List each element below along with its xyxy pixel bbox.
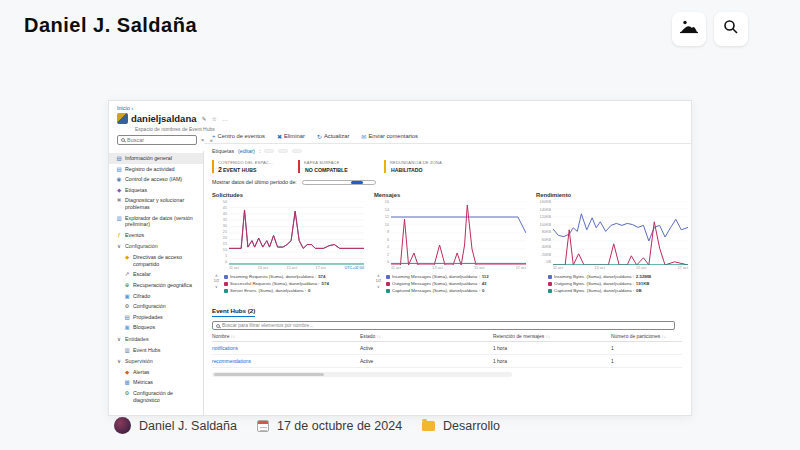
- eventhubs-tab[interactable]: Event Hubs (2): [212, 307, 255, 317]
- sidebar-item[interactable]: ⚙ Configuración: [109, 301, 203, 312]
- sidebar-item[interactable]: ◆ Etiquetas: [109, 185, 203, 196]
- sidebar-item[interactable]: ◆ Alertas: [109, 367, 203, 378]
- sidebar-search-input[interactable]: Buscar: [117, 135, 197, 145]
- sidebar-item-icon: ▤: [124, 314, 130, 320]
- chart-solicitudes: Solicitudes 50454035302520151050 11 oct1…: [212, 192, 364, 293]
- sidebar-item[interactable]: ▤ Registro de actividad: [109, 164, 203, 175]
- site-logo[interactable]: Daniel J. Saldaña: [24, 14, 197, 37]
- scrollbar-thumb[interactable]: [214, 373, 324, 376]
- time-range-option[interactable]: [363, 181, 375, 184]
- command-icon: ↻: [317, 133, 322, 140]
- sidebar-item[interactable]: ▥ Explorador de datos (versión prelimina…: [109, 213, 203, 230]
- time-range-option[interactable]: [351, 181, 363, 184]
- sidebar-item[interactable]: ∨ Configuración: [109, 240, 203, 252]
- sidebar-item[interactable]: ↗ Escalar: [109, 269, 203, 280]
- sidebar-item[interactable]: ▥ Event Hubs: [109, 345, 203, 356]
- table-scrollbar[interactable]: [212, 372, 512, 377]
- legend-item[interactable]: Incoming Bytes. (Suma), danieljsaldana :…: [548, 274, 651, 279]
- column-header[interactable]: Estado ↑↓: [360, 334, 493, 339]
- sidebar-item[interactable]: ▦ Métricas: [109, 377, 203, 388]
- command-button[interactable]: + Centro de eventos: [212, 133, 265, 139]
- eventhub-name-link[interactable]: notifications: [212, 346, 360, 351]
- legend-pager[interactable]: ∧1/2∨: [374, 274, 383, 293]
- table-row[interactable]: notifications Active 1 hora 1: [212, 342, 682, 355]
- chart-plot[interactable]: 1614121086420: [391, 201, 526, 265]
- more-icon[interactable]: …: [222, 116, 228, 122]
- legend-item[interactable]: Captured Bytes. (Suma), danieljsaldana :…: [548, 288, 651, 293]
- azure-portal-screenshot: Inicio › danieljsaldana ✎ ☆ … Espacio de…: [108, 100, 692, 416]
- tag-pill[interactable]: [264, 149, 274, 153]
- theme-mountain-button[interactable]: [672, 12, 706, 46]
- legend-color-swatch: [548, 289, 552, 293]
- legend-pager[interactable]: ∧1/2∨: [212, 274, 221, 293]
- search-button[interactable]: [714, 12, 748, 46]
- sidebar-item[interactable]: ▣ Bloqueos: [109, 322, 203, 333]
- sidebar-item[interactable]: ▣ Cifrado: [109, 291, 203, 302]
- legend-item[interactable]: Successful Requests (Suma), danieljsalda…: [224, 281, 329, 286]
- sidebar-item-label: Diagnosticar y solucionar problemas: [125, 197, 199, 210]
- sidebar-item[interactable]: ✖ Diagnosticar y solucionar problemas: [109, 195, 203, 212]
- legend-item[interactable]: Server Errors. (Suma), danieljsaldana : …: [224, 288, 329, 293]
- sidebar-item-label: Bloqueos: [133, 324, 155, 331]
- sidebar-item-icon: ∨: [116, 336, 122, 342]
- legend-color-swatch: [224, 289, 228, 293]
- column-header[interactable]: Retención de mensajes ↑↓: [493, 334, 611, 339]
- search-icon: [723, 19, 739, 39]
- legend-item[interactable]: Incoming Requests (Suma), danieljsaldana…: [224, 274, 329, 279]
- legend-item[interactable]: Outgoing Bytes. (Suma), danieljsaldana :…: [548, 281, 651, 286]
- sidebar-item-icon: ∨: [116, 358, 122, 364]
- legend-color-swatch: [548, 275, 552, 279]
- command-button[interactable]: ✖ Eliminar: [277, 133, 305, 140]
- sidebar-item[interactable]: ⊕ Recuperación geográfica: [109, 280, 203, 291]
- sidebar-item[interactable]: ◉ Control de acceso (IAM): [109, 174, 203, 185]
- time-range-label: Mostrar datos del último período de:: [212, 179, 297, 185]
- sidebar-item[interactable]: ▤ Propiedades: [109, 312, 203, 323]
- sidebar-item-icon: ▤: [116, 155, 122, 161]
- sidebar-item[interactable]: ▤ Información general: [109, 153, 203, 164]
- legend-color-swatch: [386, 275, 390, 279]
- time-range-group: [302, 180, 376, 185]
- sidebar-item-label: Configuración de diagnóstico: [133, 390, 199, 403]
- eventhub-name-link[interactable]: recommendations: [212, 359, 360, 364]
- eventhubs-filter-input[interactable]: Buscar para filtrar elementos por nombre…: [212, 321, 675, 330]
- time-range-option[interactable]: [315, 181, 327, 184]
- legend-color-swatch: [548, 282, 552, 286]
- legend-item[interactable]: Incoming Messages (Suma), danieljsaldana…: [386, 274, 489, 279]
- sidebar-item[interactable]: ∨ Entidades: [109, 333, 203, 345]
- sidebar-item[interactable]: ◆ Directivas de acceso compartido: [109, 252, 203, 269]
- sidebar-item[interactable]: ƒ Eventos: [109, 230, 203, 241]
- command-button[interactable]: ✉ Enviar comentarios: [361, 133, 418, 140]
- tag-pill[interactable]: [278, 149, 288, 153]
- legend-color-swatch: [224, 282, 228, 286]
- sidebar-item[interactable]: ∨ Supervisión: [109, 355, 203, 367]
- tag-pill[interactable]: [292, 149, 302, 153]
- author-avatar[interactable]: [114, 417, 131, 434]
- sidebar-item[interactable]: ⚙ Configuración de diagnóstico: [109, 388, 203, 405]
- sidebar-item-icon: ↗: [124, 271, 130, 277]
- legend-item[interactable]: Captured Messages (Suma), danieljsaldana…: [386, 288, 489, 293]
- chart-plot[interactable]: 160KB140KB120KB100KB80KB60KB40KB20KB0B: [553, 201, 688, 265]
- chart-plot[interactable]: 50454035302520151050: [229, 201, 364, 265]
- legend-item[interactable]: Outgoing Messages (Suma), danieljsaldana…: [386, 281, 489, 286]
- chart-legend: Incoming Messages (Suma), danieljsaldana…: [386, 274, 489, 293]
- breadcrumb[interactable]: Inicio ›: [117, 105, 133, 111]
- column-header[interactable]: Número de particiones ↑↓: [611, 334, 682, 339]
- legend-color-swatch: [224, 275, 228, 279]
- sidebar-item-label: Configuración: [125, 243, 158, 250]
- time-range-option[interactable]: [327, 181, 339, 184]
- sidebar-item-icon: ⚙: [124, 390, 130, 396]
- sidebar-item-label: Alertas: [133, 369, 150, 376]
- time-range-option[interactable]: [303, 181, 315, 184]
- favorite-star-icon[interactable]: ☆: [212, 115, 217, 122]
- table-row[interactable]: recommendations Active 1 hora 1: [212, 355, 682, 368]
- chart-title: Solicitudes: [212, 192, 364, 198]
- chart-legend: Incoming Requests (Suma), danieljsaldana…: [224, 274, 329, 293]
- tags-edit-link[interactable]: (editar): [238, 148, 255, 154]
- column-header[interactable]: Nombre ↑↓: [212, 334, 360, 339]
- edit-icon[interactable]: ✎: [201, 115, 206, 122]
- sidebar-item-label: Escalar: [133, 271, 151, 278]
- command-button[interactable]: ↻ Actualizar: [317, 133, 349, 140]
- post-category[interactable]: Desarrollo: [443, 419, 500, 433]
- time-range-option[interactable]: [339, 181, 351, 184]
- author-name[interactable]: Daniel J. Saldaña: [139, 419, 237, 433]
